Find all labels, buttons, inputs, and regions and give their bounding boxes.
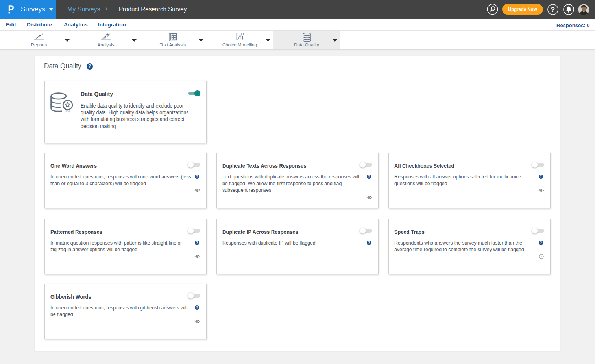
svg-text:?: ? — [551, 6, 555, 13]
